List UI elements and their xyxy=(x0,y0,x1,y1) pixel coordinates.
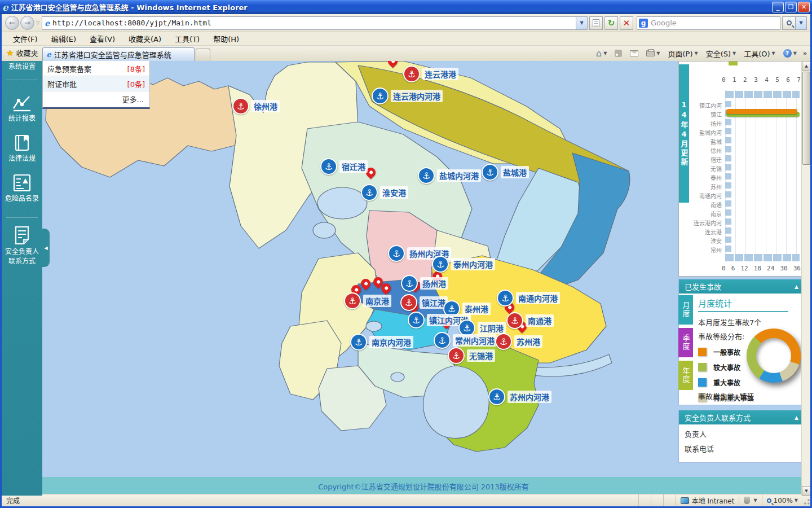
more-link[interactable]: 更多... xyxy=(43,91,149,107)
browser-window: e 江苏省港口安全监管与应急管理系统 - Windows Internet Ex… xyxy=(0,0,812,508)
feeds-button[interactable] xyxy=(615,50,622,57)
contact-person-row: 负责人 xyxy=(679,424,804,439)
ie-logo-icon: e xyxy=(2,2,8,13)
chart-row-扬州: 扬州 xyxy=(679,118,805,127)
anchor-icon: ⚓ xyxy=(403,65,420,82)
quick-row-count: [8条] xyxy=(127,63,145,74)
favorites-button[interactable]: ★ 收藏夹 xyxy=(2,45,42,61)
accidents-panel-header[interactable]: 已发生事故 ▲ xyxy=(679,279,804,294)
forward-button[interactable]: → xyxy=(20,16,34,30)
back-button[interactable]: ← xyxy=(5,16,19,30)
sidebar-item-hazmat[interactable]: 危险品名录 xyxy=(2,174,42,204)
sidebar-item-laws[interactable]: 法律法规 xyxy=(2,134,42,164)
page-ie-icon: e xyxy=(45,19,50,28)
port-marker-苏州港[interactable]: ⚓苏州港 xyxy=(495,333,542,350)
menu-item-5[interactable]: 帮助(H) xyxy=(206,32,246,46)
close-button[interactable]: ✕ xyxy=(798,2,810,12)
tab-月度[interactable]: 月度 xyxy=(678,295,693,325)
menu-item-2[interactable]: 查看(V) xyxy=(83,32,122,46)
accidents-summary: 本月度发生事故7个 xyxy=(698,317,802,327)
stop-button[interactable]: ✕ xyxy=(620,16,633,30)
port-marker-盐城内河港[interactable]: ⚓盐城内河港 xyxy=(418,167,481,184)
bottom-tick: 0 xyxy=(722,265,726,272)
tab-年度[interactable]: 年度 xyxy=(678,361,693,390)
scroll-up-button[interactable]: ▲ xyxy=(802,61,810,71)
quick-row-emergency-plan[interactable]: 应急预案备案 [8条] xyxy=(43,61,149,76)
port-marker-徐州港[interactable]: ⚓徐州港 xyxy=(232,98,280,115)
print-button[interactable]: ▼ xyxy=(646,50,660,56)
category-label: 淮安 xyxy=(710,237,722,245)
search-options-dropdown[interactable]: ▼ xyxy=(796,16,807,30)
sidebar-item-safety-contact[interactable]: 安全负责人联系方式 xyxy=(2,226,42,266)
command-item-1[interactable]: 安全(S)▼ xyxy=(706,48,736,59)
port-marker-南通内河港[interactable]: ⚓南通内河港 xyxy=(497,290,560,306)
help-button[interactable]: ?▼ xyxy=(783,49,797,58)
port-marker-南京港[interactable]: ⚓南京港 xyxy=(344,292,391,309)
port-marker-扬州港[interactable]: ⚓扬州港 xyxy=(401,275,448,292)
overflow-chevron-icon[interactable]: » xyxy=(803,50,807,57)
port-marker-泰州内河港[interactable]: ⚓泰州内河港 xyxy=(432,256,495,273)
menu-item-1[interactable]: 编辑(E) xyxy=(45,32,83,46)
menu-item-3[interactable]: 收藏夹(A) xyxy=(122,32,168,46)
port-marker-镇江港[interactable]: ⚓镇江港 xyxy=(400,294,448,311)
port-marker-常州内河港[interactable]: ⚓常州内河港 xyxy=(434,332,497,349)
port-marker-连云港内河港[interactable]: ⚓连云港内河港 xyxy=(372,87,443,104)
address-dropdown-button[interactable]: ▼ xyxy=(576,16,588,30)
anchor-icon: ⚓ xyxy=(372,87,389,104)
refresh-button[interactable]: ↻ xyxy=(604,16,618,30)
menu-item-0[interactable]: 文件(F) xyxy=(6,32,45,46)
chart-row-徐州: 徐州 xyxy=(679,145,805,154)
port-marker-连云港港[interactable]: ⚓连云港港 xyxy=(403,65,458,82)
command-item-0[interactable]: 页面(P)▼ xyxy=(668,48,698,59)
resize-grip[interactable] xyxy=(802,494,810,506)
baseline-square xyxy=(725,182,731,189)
category-label: 连云港 xyxy=(705,227,722,236)
port-marker-苏州内河港[interactable]: ⚓苏州内河港 xyxy=(488,388,551,405)
baseline-square xyxy=(725,218,731,225)
scroll-down-button[interactable]: ▼ xyxy=(802,486,810,496)
anchor-icon: ⚓ xyxy=(320,158,337,175)
sidebar-collapse-handle[interactable]: ◀ xyxy=(42,229,50,267)
menu-item-4[interactable]: 工具(T) xyxy=(168,32,206,46)
history-dropdown-icon[interactable]: ▽ xyxy=(36,20,39,25)
minimize-button[interactable]: _ xyxy=(772,2,784,12)
bottom-tick: 30 xyxy=(780,265,787,272)
zoom-cell[interactable]: 100% ▼ xyxy=(762,494,802,506)
sidebar-item-stats[interactable]: 统计报表 xyxy=(2,95,42,124)
triangle-up-icon[interactable]: ▲ xyxy=(795,284,798,290)
search-box[interactable]: g xyxy=(637,16,780,30)
active-tab[interactable]: e 江苏省港口安全监管与应急管理系统 xyxy=(42,47,195,61)
mail-button[interactable] xyxy=(630,50,638,56)
chart-row-镇江内河: 镇江内河 xyxy=(679,100,805,109)
sidebar-item-label: 系统设置 xyxy=(2,62,42,72)
category-label: 镇江内河 xyxy=(699,101,722,110)
scrollbar-thumb[interactable] xyxy=(802,72,810,165)
port-marker-南通港[interactable]: ⚓南通港 xyxy=(506,312,554,329)
command-item-2[interactable]: 工具(O)▼ xyxy=(744,48,775,59)
contact-panel-header[interactable]: 安全负责人联系方式 ▲ xyxy=(679,410,804,424)
compatibility-view-button[interactable] xyxy=(589,16,603,30)
safety-contact-panel: 安全负责人联系方式 ▲ 负责人 联系电话 xyxy=(678,410,805,463)
category-label: 常州 xyxy=(710,246,722,254)
chart-row-连云港: 连云港 xyxy=(679,226,805,235)
port-marker-宿迁港[interactable]: ⚓宿迁港 xyxy=(320,158,368,175)
tab-季度[interactable]: 季度 xyxy=(678,328,693,357)
restore-button[interactable]: ❐ xyxy=(785,2,797,12)
search-button[interactable] xyxy=(782,16,796,30)
url-text[interactable]: http://localhost:8080/yjpt/Main.html xyxy=(52,19,211,27)
vertical-scrollbar[interactable]: ▲ ▼ xyxy=(801,61,810,496)
port-marker-南京内河港[interactable]: ⚓南京内河港 xyxy=(350,334,413,351)
accidents-panel: 已发生事故 ▲ 月度季度年度 月度统计 本月度发生事故7个 事故等级分布: 一般… xyxy=(678,279,805,405)
quick-row-cert-approval[interactable]: 附证审批 [0条] xyxy=(43,76,149,91)
port-marker-淮安港[interactable]: ⚓淮安港 xyxy=(361,184,408,201)
home-button[interactable]: ⌂▼ xyxy=(596,48,607,59)
search-input[interactable] xyxy=(651,19,778,27)
url-field[interactable]: e http://localhost:8080/yjpt/Main.html xyxy=(42,16,576,30)
triangle-up-icon[interactable]: ▲ xyxy=(795,415,798,421)
sidebar-item-system-settings[interactable]: 系统设置 xyxy=(2,62,42,72)
new-tab-stub[interactable] xyxy=(196,49,210,61)
port-marker-盐城港[interactable]: ⚓盐城港 xyxy=(482,164,529,181)
smartscreen-cell[interactable]: ▼ xyxy=(739,494,761,506)
port-marker-无锡港[interactable]: ⚓无锡港 xyxy=(448,347,495,364)
port-label: 淮安港 xyxy=(380,186,408,199)
